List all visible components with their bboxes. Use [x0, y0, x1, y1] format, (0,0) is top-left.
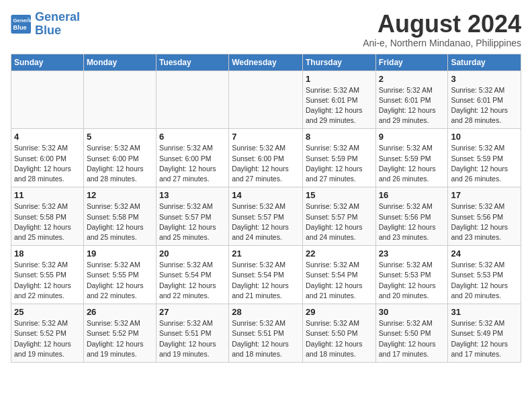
- day-number: 5: [87, 132, 153, 142]
- day-cell: 29Sunrise: 5:32 AM Sunset: 5:50 PM Dayli…: [302, 304, 375, 363]
- day-cell: 5Sunrise: 5:32 AM Sunset: 6:00 PM Daylig…: [83, 129, 156, 187]
- svg-text:Blue: Blue: [13, 24, 27, 31]
- day-number: 20: [159, 248, 226, 259]
- day-number: 28: [232, 307, 300, 317]
- day-info: Sunrise: 5:32 AM Sunset: 5:52 PM Dayligh…: [14, 318, 81, 359]
- header-thursday: Thursday: [302, 54, 375, 71]
- day-cell: [11, 71, 84, 129]
- day-cell: 17Sunrise: 5:32 AM Sunset: 5:56 PM Dayli…: [448, 187, 521, 246]
- day-number: 1: [306, 74, 373, 84]
- day-info: Sunrise: 5:32 AM Sunset: 5:51 PM Dayligh…: [232, 318, 300, 359]
- svg-text:General: General: [13, 17, 32, 24]
- day-cell: [156, 71, 228, 129]
- day-info: Sunrise: 5:32 AM Sunset: 5:51 PM Dayligh…: [159, 318, 226, 359]
- day-info: Sunrise: 5:32 AM Sunset: 5:56 PM Dayligh…: [379, 201, 445, 242]
- header-wednesday: Wednesday: [229, 54, 303, 71]
- day-number: 17: [451, 190, 518, 200]
- calendar-header-row: SundayMondayTuesdayWednesdayThursdayFrid…: [11, 54, 521, 71]
- day-info: Sunrise: 5:32 AM Sunset: 5:55 PM Dayligh…: [14, 260, 81, 301]
- calendar-title: August 2024: [363, 11, 521, 38]
- day-cell: 30Sunrise: 5:32 AM Sunset: 5:50 PM Dayli…: [375, 304, 448, 363]
- day-number: 11: [14, 190, 81, 200]
- day-info: Sunrise: 5:32 AM Sunset: 5:50 PM Dayligh…: [379, 318, 445, 359]
- day-cell: 16Sunrise: 5:32 AM Sunset: 5:56 PM Dayli…: [375, 187, 448, 246]
- day-number: 31: [451, 307, 518, 317]
- day-number: 21: [232, 248, 300, 259]
- day-number: 15: [306, 190, 373, 200]
- day-info: Sunrise: 5:32 AM Sunset: 5:54 PM Dayligh…: [306, 260, 373, 301]
- header-saturday: Saturday: [448, 54, 521, 71]
- day-info: Sunrise: 5:32 AM Sunset: 6:01 PM Dayligh…: [451, 85, 518, 126]
- day-cell: [229, 71, 303, 129]
- day-cell: 24Sunrise: 5:32 AM Sunset: 5:53 PM Dayli…: [448, 246, 521, 304]
- day-cell: 15Sunrise: 5:32 AM Sunset: 5:57 PM Dayli…: [302, 187, 375, 246]
- day-number: 16: [379, 190, 445, 200]
- calendar-subtitle: Ani-e, Northern Mindanao, Philippines: [363, 38, 521, 48]
- day-info: Sunrise: 5:32 AM Sunset: 6:00 PM Dayligh…: [14, 143, 81, 184]
- day-info: Sunrise: 5:32 AM Sunset: 5:55 PM Dayligh…: [87, 260, 153, 301]
- day-info: Sunrise: 5:32 AM Sunset: 5:59 PM Dayligh…: [379, 143, 445, 184]
- day-cell: 11Sunrise: 5:32 AM Sunset: 5:58 PM Dayli…: [11, 187, 84, 246]
- day-cell: 21Sunrise: 5:32 AM Sunset: 5:54 PM Dayli…: [229, 246, 303, 304]
- day-cell: 1Sunrise: 5:32 AM Sunset: 6:01 PM Daylig…: [302, 71, 375, 129]
- day-info: Sunrise: 5:32 AM Sunset: 5:58 PM Dayligh…: [14, 201, 81, 242]
- day-cell: 12Sunrise: 5:32 AM Sunset: 5:58 PM Dayli…: [83, 187, 156, 246]
- week-row-4: 18Sunrise: 5:32 AM Sunset: 5:55 PM Dayli…: [11, 246, 521, 304]
- day-number: 8: [306, 132, 373, 142]
- day-info: Sunrise: 5:32 AM Sunset: 5:58 PM Dayligh…: [87, 201, 153, 242]
- day-cell: 9Sunrise: 5:32 AM Sunset: 5:59 PM Daylig…: [375, 129, 448, 187]
- day-cell: 6Sunrise: 5:32 AM Sunset: 6:00 PM Daylig…: [156, 129, 228, 187]
- day-cell: 14Sunrise: 5:32 AM Sunset: 5:57 PM Dayli…: [229, 187, 303, 246]
- day-cell: 26Sunrise: 5:32 AM Sunset: 5:52 PM Dayli…: [83, 304, 156, 363]
- day-cell: 19Sunrise: 5:32 AM Sunset: 5:55 PM Dayli…: [83, 246, 156, 304]
- day-info: Sunrise: 5:32 AM Sunset: 5:59 PM Dayligh…: [451, 143, 518, 184]
- day-cell: 13Sunrise: 5:32 AM Sunset: 5:57 PM Dayli…: [156, 187, 228, 246]
- day-number: 3: [451, 74, 518, 84]
- calendar-body: 1Sunrise: 5:32 AM Sunset: 6:01 PM Daylig…: [11, 71, 521, 362]
- day-cell: 7Sunrise: 5:32 AM Sunset: 6:00 PM Daylig…: [229, 129, 303, 187]
- day-number: 22: [306, 248, 373, 259]
- logo-line2: Blue: [35, 24, 61, 37]
- day-info: Sunrise: 5:32 AM Sunset: 6:00 PM Dayligh…: [232, 143, 300, 184]
- day-number: 13: [159, 190, 226, 200]
- logo: General Blue General Blue: [11, 11, 80, 38]
- day-number: 18: [14, 248, 81, 259]
- day-cell: 3Sunrise: 5:32 AM Sunset: 6:01 PM Daylig…: [448, 71, 521, 129]
- title-block: August 2024 Ani-e, Northern Mindanao, Ph…: [363, 11, 521, 48]
- day-info: Sunrise: 5:32 AM Sunset: 5:53 PM Dayligh…: [379, 260, 445, 301]
- day-info: Sunrise: 5:32 AM Sunset: 6:01 PM Dayligh…: [379, 85, 445, 126]
- week-row-3: 11Sunrise: 5:32 AM Sunset: 5:58 PM Dayli…: [11, 187, 521, 246]
- day-number: 26: [87, 307, 153, 317]
- day-info: Sunrise: 5:32 AM Sunset: 6:00 PM Dayligh…: [159, 143, 226, 184]
- week-row-1: 1Sunrise: 5:32 AM Sunset: 6:01 PM Daylig…: [11, 71, 521, 129]
- day-cell: 27Sunrise: 5:32 AM Sunset: 5:51 PM Dayli…: [156, 304, 228, 363]
- day-cell: 18Sunrise: 5:32 AM Sunset: 5:55 PM Dayli…: [11, 246, 84, 304]
- day-info: Sunrise: 5:32 AM Sunset: 5:49 PM Dayligh…: [451, 318, 518, 359]
- day-info: Sunrise: 5:32 AM Sunset: 5:53 PM Dayligh…: [451, 260, 518, 301]
- day-info: Sunrise: 5:32 AM Sunset: 6:01 PM Dayligh…: [306, 85, 373, 126]
- day-cell: 2Sunrise: 5:32 AM Sunset: 6:01 PM Daylig…: [375, 71, 448, 129]
- day-info: Sunrise: 5:32 AM Sunset: 5:50 PM Dayligh…: [306, 318, 373, 359]
- logo-line1: General: [35, 10, 80, 24]
- header-monday: Monday: [83, 54, 156, 71]
- day-info: Sunrise: 5:32 AM Sunset: 5:56 PM Dayligh…: [451, 201, 518, 242]
- day-number: 27: [159, 307, 226, 317]
- week-row-5: 25Sunrise: 5:32 AM Sunset: 5:52 PM Dayli…: [11, 304, 521, 363]
- day-info: Sunrise: 5:32 AM Sunset: 5:54 PM Dayligh…: [232, 260, 300, 301]
- logo-icon: General Blue: [11, 15, 32, 34]
- day-number: 10: [451, 132, 518, 142]
- day-cell: 10Sunrise: 5:32 AM Sunset: 5:59 PM Dayli…: [448, 129, 521, 187]
- day-info: Sunrise: 5:32 AM Sunset: 5:57 PM Dayligh…: [159, 201, 226, 242]
- day-number: 23: [379, 248, 445, 259]
- day-number: 25: [14, 307, 81, 317]
- day-number: 24: [451, 248, 518, 259]
- day-number: 7: [232, 132, 300, 142]
- day-number: 30: [379, 307, 445, 317]
- page-header: General Blue General Blue August 2024 An…: [11, 11, 521, 48]
- week-row-2: 4Sunrise: 5:32 AM Sunset: 6:00 PM Daylig…: [11, 129, 521, 187]
- day-cell: 23Sunrise: 5:32 AM Sunset: 5:53 PM Dayli…: [375, 246, 448, 304]
- day-number: 4: [14, 132, 81, 142]
- day-info: Sunrise: 5:32 AM Sunset: 5:54 PM Dayligh…: [159, 260, 226, 301]
- day-cell: 31Sunrise: 5:32 AM Sunset: 5:49 PM Dayli…: [448, 304, 521, 363]
- day-info: Sunrise: 5:32 AM Sunset: 5:57 PM Dayligh…: [232, 201, 300, 242]
